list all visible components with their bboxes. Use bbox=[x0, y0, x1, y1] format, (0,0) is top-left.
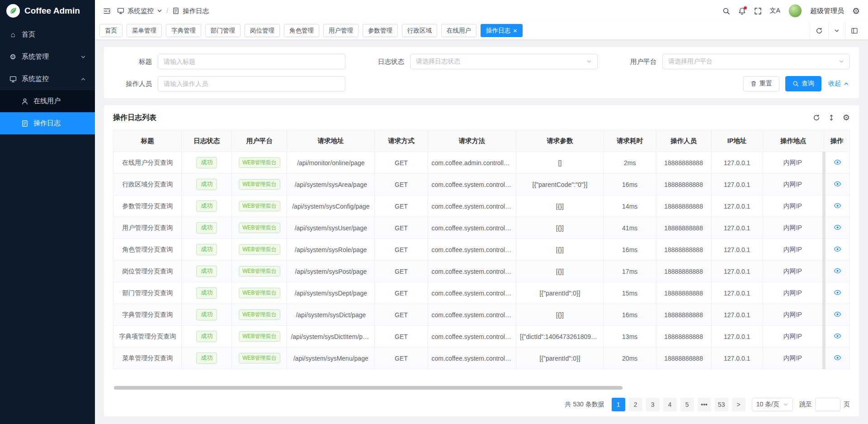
tab-6[interactable]: 角色管理 bbox=[284, 24, 319, 37]
chevron-up-icon bbox=[80, 76, 86, 82]
cell-location: 内网IP bbox=[763, 304, 824, 326]
page-button-53[interactable]: 53 bbox=[715, 398, 728, 411]
settings-gear-icon[interactable]: ⚙ bbox=[852, 7, 860, 15]
view-detail-icon[interactable] bbox=[834, 354, 841, 362]
cell-status: 成功 bbox=[182, 304, 232, 326]
cell-status: 成功 bbox=[182, 217, 232, 239]
tab-4[interactable]: 部门管理 bbox=[205, 24, 241, 37]
cell-location: 内网IP bbox=[763, 326, 824, 348]
jump-prefix: 跳至 bbox=[799, 400, 812, 409]
page-button-2[interactable]: 2 bbox=[629, 398, 642, 411]
sidebar-item-system-monitor[interactable]: 系统监控 bbox=[0, 68, 95, 90]
fullscreen-icon[interactable] bbox=[754, 7, 762, 15]
sidebar: Coffee Admin ⌂ 首页 ⚙ 系统管理 系统监控 在线用户 操作日志 bbox=[0, 0, 95, 424]
pagination-more-button[interactable]: ••• bbox=[698, 398, 711, 411]
tab-10[interactable]: 在线用户 bbox=[441, 24, 476, 37]
view-detail-icon[interactable] bbox=[834, 224, 841, 231]
table-body: 在线用户分页查询 成功 WEB管理后台 /api/monitor/online/… bbox=[113, 152, 850, 369]
cell-operator: 18888888888 bbox=[656, 239, 711, 261]
cell-ip: 127.0.0.1 bbox=[711, 282, 763, 304]
menu-fold-icon[interactable] bbox=[103, 7, 111, 15]
cell-duration: 16ms bbox=[604, 304, 656, 326]
view-detail-icon[interactable] bbox=[834, 267, 841, 275]
tabs-refresh-icon[interactable] bbox=[810, 22, 828, 39]
sidebar-item-label: 操作日志 bbox=[33, 119, 61, 128]
search-icon[interactable] bbox=[722, 7, 730, 15]
cell-operator: 18888888888 bbox=[656, 152, 711, 174]
tabs-dropdown-icon[interactable] bbox=[828, 22, 845, 39]
tab-3[interactable]: 字典管理 bbox=[166, 24, 201, 37]
user-icon bbox=[21, 97, 28, 105]
table-settings-icon[interactable]: ⚙ bbox=[843, 113, 850, 123]
tab-label: 用户管理 bbox=[329, 27, 353, 35]
tab-8[interactable]: 参数管理 bbox=[363, 24, 398, 37]
cell-params: [{}] bbox=[516, 195, 604, 217]
cell-url: /api/system/sysDictItem/pa... bbox=[287, 326, 375, 348]
tabs-layout-icon[interactable] bbox=[845, 22, 863, 39]
status-select[interactable]: 请选择日志状态 bbox=[410, 54, 598, 69]
status-badge: 成功 bbox=[196, 287, 217, 299]
column-header: 操作人员 bbox=[656, 130, 711, 152]
tab-9[interactable]: 行政区域 bbox=[402, 24, 437, 37]
search-button[interactable]: 查询 bbox=[785, 76, 821, 91]
page-button-1[interactable]: 1 bbox=[612, 398, 625, 411]
platform-badge: WEB管理后台 bbox=[239, 201, 280, 212]
cell-duration: 16ms bbox=[604, 174, 656, 195]
cell-url: /api/system/sysUser/page bbox=[287, 217, 375, 239]
table-density-icon[interactable] bbox=[828, 114, 835, 121]
tab-7[interactable]: 用户管理 bbox=[323, 24, 359, 37]
tab-2[interactable]: 菜单管理 bbox=[127, 24, 162, 37]
page-button-4[interactable]: 4 bbox=[663, 398, 677, 411]
translate-icon[interactable]: 文A bbox=[770, 7, 780, 15]
tab-11[interactable]: 操作日志× bbox=[481, 24, 523, 37]
status-badge: 成功 bbox=[196, 266, 217, 277]
next-page-button[interactable]: > bbox=[732, 398, 745, 411]
view-detail-icon[interactable] bbox=[834, 180, 841, 188]
operator-input[interactable] bbox=[164, 80, 340, 87]
cell-params: [] bbox=[516, 152, 604, 174]
table-refresh-icon[interactable] bbox=[813, 114, 820, 121]
horizontal-scrollbar-thumb[interactable] bbox=[114, 386, 623, 390]
page-size-select[interactable]: 10 条/页 bbox=[752, 398, 793, 411]
sidebar-item-system-management[interactable]: ⚙ 系统管理 bbox=[0, 46, 95, 68]
reset-button[interactable]: 重置 bbox=[743, 76, 779, 91]
filter-title-label: 标题 bbox=[113, 57, 152, 66]
username[interactable]: 超级管理员 bbox=[810, 7, 844, 15]
tab-1[interactable]: 首页 bbox=[99, 24, 123, 37]
cell-platform: WEB管理后台 bbox=[232, 174, 287, 195]
card-tools: ⚙ bbox=[813, 113, 850, 123]
sidebar-item-home[interactable]: ⌂ 首页 bbox=[0, 24, 95, 46]
table-row: 在线用户分页查询 成功 WEB管理后台 /api/monitor/online/… bbox=[113, 152, 850, 174]
collapse-button[interactable]: 收起 bbox=[827, 76, 850, 91]
sidebar-item-online-users[interactable]: 在线用户 bbox=[0, 90, 95, 112]
chevron-down-icon bbox=[80, 54, 86, 60]
cell-platform: WEB管理后台 bbox=[232, 217, 287, 239]
view-detail-icon[interactable] bbox=[834, 202, 841, 210]
view-detail-icon[interactable] bbox=[834, 245, 841, 253]
view-detail-icon[interactable] bbox=[834, 289, 841, 296]
cell-url: /api/system/sysMenu/page bbox=[287, 348, 375, 369]
view-detail-icon[interactable] bbox=[834, 310, 841, 318]
chevron-down-icon[interactable] bbox=[157, 8, 162, 14]
title-input[interactable] bbox=[164, 58, 340, 65]
sidebar-item-operation-log[interactable]: 操作日志 bbox=[0, 112, 95, 134]
platform-select[interactable]: 请选择用户平台 bbox=[662, 54, 850, 69]
page-button-5[interactable]: 5 bbox=[680, 398, 694, 411]
notification-bell-icon[interactable] bbox=[738, 7, 746, 15]
cell-location: 内网IP bbox=[763, 282, 824, 304]
cell-action bbox=[824, 239, 849, 261]
platform-badge: WEB管理后台 bbox=[239, 157, 280, 168]
pagination-total: 共 530 条数据 bbox=[565, 400, 604, 409]
jump-page-input[interactable] bbox=[815, 398, 840, 411]
breadcrumb-level1[interactable]: 系统监控 bbox=[127, 7, 154, 15]
page-button-3[interactable]: 3 bbox=[646, 398, 660, 411]
view-detail-icon[interactable] bbox=[834, 332, 841, 340]
platform-badge: WEB管理后台 bbox=[239, 310, 280, 320]
view-detail-icon[interactable] bbox=[834, 158, 841, 166]
tab-5[interactable]: 岗位管理 bbox=[245, 24, 280, 37]
cell-url: /api/system/sysArea/page bbox=[287, 174, 375, 195]
avatar[interactable] bbox=[788, 4, 802, 18]
cell-title: 行政区域分页查询 bbox=[113, 174, 182, 195]
tab-close-icon[interactable]: × bbox=[513, 27, 517, 34]
breadcrumb-level2: 操作日志 bbox=[183, 7, 209, 15]
